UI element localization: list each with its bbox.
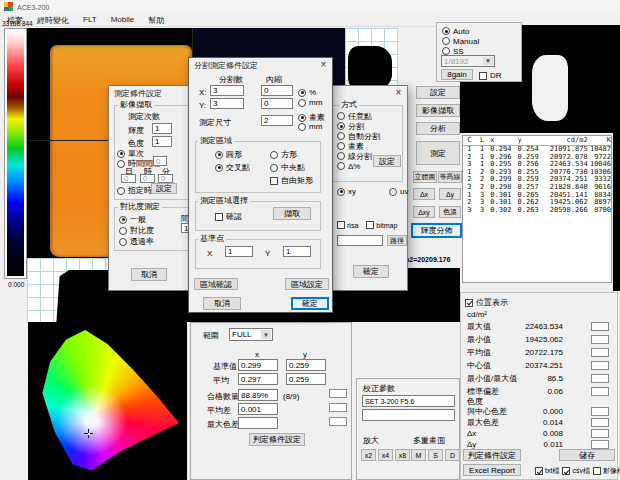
- shutter-value: 1/8192: [444, 57, 468, 66]
- max-colordiff-field[interactable]: [238, 417, 278, 429]
- exposure-mode-radio[interactable]: Manual: [442, 36, 479, 46]
- area-set-button[interactable]: 區域設定: [285, 278, 329, 290]
- file-format-label: 影像檔: [603, 466, 620, 476]
- menu-item[interactable]: 幫助: [141, 13, 171, 26]
- save-button[interactable]: 儲存: [559, 449, 615, 461]
- file-format-checkbox[interactable]: 影像檔: [593, 466, 620, 476]
- delta-xy-button[interactable]: Δxy: [413, 206, 435, 218]
- normal-radio[interactable]: 一般: [119, 214, 146, 225]
- file-format-checkbox[interactable]: csv檔: [562, 466, 590, 476]
- menu-item[interactable]: 經時變化: [30, 13, 76, 26]
- excel-report-button[interactable]: Excel Report: [463, 464, 521, 476]
- range-select[interactable]: FULL ▼: [229, 328, 273, 341]
- reference-y-field[interactable]: 0.259: [286, 359, 326, 371]
- y-inset-field[interactable]: 0: [261, 98, 293, 109]
- lum-count-field[interactable]: 1: [152, 123, 172, 134]
- center-point-radio[interactable]: 中央點: [270, 162, 305, 173]
- base-y-field[interactable]: 1: [283, 246, 311, 257]
- contrast-radio[interactable]: 對比度: [119, 225, 154, 236]
- chroma-stats: 與中心色差0.000最大色差0.014Δx0.008Δy0.011: [467, 406, 615, 450]
- pass-count-field[interactable]: 88.89%: [238, 389, 278, 401]
- color-temp-button[interactable]: 色溫: [439, 206, 461, 218]
- table-row[interactable]: 330.3020.26320598.2668700: [463, 207, 611, 215]
- judge-condition-button[interactable]: 判定條件設定: [463, 449, 521, 461]
- contour-button[interactable]: 等高線: [438, 171, 462, 183]
- chroma-count-field[interactable]: 1: [152, 136, 172, 147]
- method-radio[interactable]: 分割: [337, 121, 380, 131]
- cancel-button[interactable]: 取消: [131, 268, 167, 281]
- free-rect-checkbox[interactable]: 自由矩形: [270, 175, 313, 186]
- area-confirm-button[interactable]: 區域確認: [194, 278, 238, 290]
- circle-radio[interactable]: 圓形: [215, 149, 242, 160]
- settings-button[interactable]: 設定: [416, 86, 460, 99]
- cie-diagram[interactable]: [28, 322, 187, 480]
- exposure-mode-radio[interactable]: Auto: [442, 26, 479, 36]
- transmittance-radio[interactable]: 透過率: [119, 236, 154, 247]
- method-set-button[interactable]: 設定: [373, 155, 401, 167]
- file-option-checkbox[interactable]: risa: [337, 221, 358, 229]
- capture-button[interactable]: 影像擷取: [416, 104, 460, 117]
- inset-percent-radio[interactable]: %: [298, 88, 316, 97]
- coord-xy-radio[interactable]: xy: [337, 187, 356, 196]
- time-set-button[interactable]: 設定: [151, 183, 177, 194]
- square-radio[interactable]: 方形: [270, 149, 297, 160]
- ok-button[interactable]: 確定: [291, 297, 329, 310]
- method-radio[interactable]: 自動分割: [337, 131, 380, 141]
- analyze-button[interactable]: 分析: [416, 122, 460, 135]
- gain-button[interactable]: 8gain: [441, 69, 473, 80]
- minute-field[interactable]: 0: [158, 174, 173, 183]
- calibration-set-field2[interactable]: [362, 409, 455, 421]
- position-display-checkbox[interactable]: 位置表示: [465, 297, 508, 308]
- multi-screen-button[interactable]: D: [445, 449, 460, 461]
- shutter-select[interactable]: 1/8192 ▼: [441, 55, 495, 67]
- delta-x-button[interactable]: Δx: [413, 188, 435, 200]
- file-format-checkbox[interactable]: txt檔: [535, 466, 559, 476]
- average-x-field[interactable]: 0.297: [238, 373, 278, 385]
- calibration-set-field[interactable]: SET 3-200 F5.6: [362, 395, 455, 407]
- stat-status-box: [591, 407, 609, 416]
- close-icon[interactable]: ×: [392, 87, 405, 99]
- reference-x-field[interactable]: 0.299: [238, 359, 278, 371]
- ok-button[interactable]: 確定: [353, 265, 389, 278]
- judge-condition-button[interactable]: 判定條件設定: [249, 433, 305, 446]
- menu-item[interactable]: Mobile: [104, 13, 142, 26]
- y-division-field[interactable]: 3: [210, 98, 244, 109]
- coord-uv-radio[interactable]: uv: [389, 187, 408, 196]
- cross-point-radio[interactable]: 交叉點: [215, 162, 250, 173]
- multi-screen-button[interactable]: S: [428, 449, 443, 461]
- capture-region-button[interactable]: 擷取: [273, 207, 311, 220]
- method-radio[interactable]: 畫素: [337, 141, 380, 151]
- zoom-button[interactable]: x8: [395, 449, 410, 461]
- inset-mm-radio[interactable]: mm: [298, 98, 322, 107]
- interval-field[interactable]: 0: [153, 156, 167, 166]
- close-icon[interactable]: ×: [317, 59, 330, 71]
- measure-button[interactable]: 測定: [416, 141, 460, 165]
- cancel-button[interactable]: 取消: [203, 297, 241, 310]
- method-radio[interactable]: 任意點: [337, 111, 380, 121]
- avg-diff-field[interactable]: 0.001: [238, 403, 278, 415]
- delta-y-button[interactable]: Δy: [439, 188, 461, 200]
- size-mm-radio[interactable]: mm: [298, 122, 322, 131]
- file-option-checkbox[interactable]: bitmap: [366, 221, 397, 229]
- path-field[interactable]: [337, 235, 383, 246]
- luminance-dist-button[interactable]: 輝度分佈: [411, 223, 462, 238]
- x-division-field[interactable]: 3: [210, 85, 244, 96]
- base-x-field[interactable]: 1: [225, 246, 253, 257]
- x-inset-field[interactable]: 0: [261, 85, 293, 96]
- average-y-field[interactable]: 0.259: [286, 373, 326, 385]
- zoom-button[interactable]: x4: [378, 449, 393, 461]
- radio-icon: [117, 160, 125, 168]
- title-bar: ACE3-200: [0, 0, 620, 14]
- dr-checkbox[interactable]: DR: [479, 71, 502, 80]
- day-field[interactable]: 0: [121, 174, 136, 183]
- multi-screen-button[interactable]: M: [411, 449, 426, 461]
- confirm-checkbox[interactable]: 確認: [215, 211, 242, 222]
- hour-field[interactable]: 0: [140, 174, 155, 183]
- size-field[interactable]: 2: [261, 115, 293, 126]
- zoom-button[interactable]: x2: [361, 449, 376, 461]
- menu-item[interactable]: FLT: [76, 13, 104, 26]
- exposure-mode-radios: AutoManualSS: [442, 26, 479, 56]
- path-button[interactable]: 路徑: [387, 235, 407, 246]
- measurement-table[interactable]: CLxycd/m2K 110.2940.25421091.87510487210…: [462, 135, 612, 283]
- stereo-button[interactable]: 立體圖: [413, 171, 437, 183]
